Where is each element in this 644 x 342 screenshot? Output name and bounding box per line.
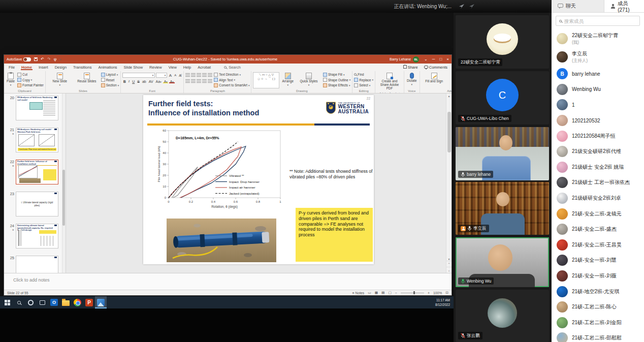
video-tile[interactable]: 张云鹏: [456, 290, 549, 342]
member-row[interactable]: 21硕-工岩二班-邵慰慰: [552, 330, 644, 342]
notes-toggle-button[interactable]: ≡ Notes: [352, 291, 365, 295]
share-arrow-icon[interactable]: [468, 4, 475, 9]
undo-button[interactable]: ↶: [41, 57, 44, 61]
minimize-button[interactable]: ─: [432, 57, 435, 61]
editor-scrollbar[interactable]: ▲ ▼ ⌃ ⌄: [446, 94, 452, 273]
slide-sorter-button[interactable]: ▦: [375, 291, 378, 295]
copy-button[interactable]: Copy▾: [17, 78, 44, 83]
task-view-button[interactable]: [37, 296, 48, 308]
member-row[interactable]: 21硕-安全二班-盛杰: [552, 222, 644, 237]
shape-gallery[interactable]: ⟍ ▭ ○ △ ▽ ◇ ☆ → ⌒ ( ): [253, 72, 279, 88]
numbering-button[interactable]: [191, 73, 196, 77]
section-button[interactable]: Section▾: [101, 83, 119, 88]
bold-button[interactable]: B: [122, 80, 126, 83]
menu-tab-review[interactable]: Review: [149, 65, 163, 70]
zoom-out-button[interactable]: −: [395, 291, 397, 295]
member-search-input[interactable]: [564, 18, 636, 24]
paste-button[interactable]: Paste▾: [6, 72, 16, 88]
member-row[interactable]: 1202120532: [552, 113, 644, 129]
menu-tab-insert[interactable]: Insert: [38, 65, 49, 70]
font-size-select[interactable]: ▾: [156, 73, 167, 78]
normal-view-button[interactable]: ▭: [368, 291, 371, 295]
reset-button[interactable]: Reset: [101, 78, 119, 83]
cortana-button[interactable]: [25, 296, 37, 308]
justify-button[interactable]: [202, 79, 207, 83]
video-tile[interactable]: 22硕安全二班郇宁霄: [456, 15, 549, 69]
next-slide-button[interactable]: ⌄: [446, 267, 452, 273]
zoom-slider[interactable]: [401, 293, 424, 293]
slide-thumbnail-21[interactable]: 21★FE Analyses: Hardening soil model She…: [7, 128, 60, 152]
present-icon[interactable]: ψ: [54, 57, 57, 61]
member-row[interactable]: 21硕-安全二班-龙镜元: [552, 206, 644, 222]
slide-thumbnail-20[interactable]: 20FE Analyses of field tests Hardening s…: [7, 96, 60, 120]
autosave-toggle[interactable]: AutoSave: [7, 57, 31, 61]
account-avatar[interactable]: BL: [413, 56, 419, 63]
comments-button[interactable]: Comments: [424, 65, 447, 70]
align-left-button[interactable]: [185, 79, 190, 83]
video-tile[interactable]: barry lehane: [456, 127, 549, 180]
align-text-button[interactable]: Align Text▾: [214, 78, 249, 83]
video-tile[interactable]: Wenbing Wu: [456, 237, 549, 287]
text-shadow-button[interactable]: ab: [141, 80, 147, 83]
font-color-button[interactable]: A▾: [169, 80, 174, 83]
menu-tab-transitions[interactable]: Transitions: [73, 65, 92, 70]
member-row[interactable]: 21级硕研安全2班刘卓: [552, 191, 644, 206]
find-button[interactable]: Find: [354, 72, 373, 77]
change-case-button[interactable]: Aa▾: [155, 80, 162, 83]
video-tile[interactable]: CCUG-UWA-Libo Chen: [456, 71, 549, 125]
member-row[interactable]: 21硕-安全一班-刘薇: [552, 268, 644, 284]
reuse-slides-button[interactable]: Reuse Slides: [74, 72, 100, 88]
character-spacing-button[interactable]: AV: [148, 80, 154, 83]
member-row[interactable]: 1202120584周子恒: [552, 128, 644, 144]
quick-styles-button[interactable]: Quick Styles▾: [296, 72, 321, 88]
text-direction-button[interactable]: Text Direction▾: [214, 72, 249, 77]
member-row[interactable]: 21硕-工岩二班-陈心: [552, 299, 644, 315]
reading-view-button[interactable]: ▤: [381, 291, 384, 295]
member-row[interactable]: 21级硕士 工岩一班张依杰: [552, 175, 644, 191]
slide-canvas[interactable]: 22 Further field tests: Influence of ins…: [143, 95, 374, 264]
align-right-button[interactable]: [197, 79, 201, 83]
member-row[interactable]: 21硕-安全二班-王昌昊: [552, 237, 644, 253]
redo-button[interactable]: ↷: [47, 57, 51, 61]
menu-tab-home[interactable]: Home: [21, 65, 33, 70]
member-search-box[interactable]: [556, 16, 640, 26]
arrange-button[interactable]: Arrange▾: [281, 72, 294, 88]
zoom-level[interactable]: 100%: [433, 291, 442, 295]
file-explorer-taskbar-button[interactable]: [60, 296, 72, 308]
notes-pane[interactable]: Click to add notes: [4, 273, 452, 290]
ribbon-options-icon[interactable]: ⌄: [424, 57, 428, 61]
menu-tab-help[interactable]: Help: [183, 65, 191, 70]
cut-button[interactable]: Cut: [17, 72, 44, 77]
outlook-taskbar-button[interactable]: O: [48, 296, 60, 308]
close-button[interactable]: ×: [446, 57, 449, 61]
member-row[interactable]: 22硕安全二班郇宁霄(我): [552, 29, 644, 48]
italic-button[interactable]: I: [127, 79, 130, 83]
share-button[interactable]: Share: [403, 65, 418, 70]
font-family-select[interactable]: ▾: [122, 73, 155, 78]
menu-tab-acrobat[interactable]: Acrobat: [197, 65, 211, 70]
member-row[interactable]: 1: [552, 97, 644, 113]
member-row[interactable]: 21级硕士 安全2班 姚瑞: [552, 160, 644, 175]
send-signature-button[interactable]: Send for Signature: [448, 72, 452, 88]
indent-decrease-button[interactable]: [197, 73, 201, 77]
menu-tab-file[interactable]: File: [8, 65, 15, 70]
taskbar-search-button[interactable]: [13, 296, 25, 308]
previous-slide-button[interactable]: ⌃: [446, 261, 452, 267]
dictate-button[interactable]: Dictate▾: [406, 72, 418, 88]
member-row[interactable]: 21级安全硕研2班代维: [552, 144, 644, 160]
highlight-color-button[interactable]: A▾: [163, 80, 168, 83]
scrollbar-thumb[interactable]: [447, 112, 451, 152]
zoom-in-button[interactable]: +: [428, 291, 430, 295]
menu-tab-animations[interactable]: Animations: [98, 65, 117, 70]
save-icon[interactable]: [34, 57, 38, 61]
taskbar-clock[interactable]: 11:17 AM 8/12/2022: [435, 298, 450, 307]
start-button[interactable]: [2, 296, 13, 308]
member-row[interactable]: 21硕-工岩二班-刘金阳: [552, 315, 644, 331]
tab-members[interactable]: 成员(271): [604, 0, 644, 12]
line-spacing-button[interactable]: [208, 73, 212, 77]
indent-increase-button[interactable]: [202, 73, 207, 77]
slide-thumbnail-22[interactable]: 22★Further field tests: Influence of ins…: [7, 160, 60, 184]
shape-effects-button[interactable]: Shape Effects▾: [323, 83, 350, 88]
strikethrough-button[interactable]: S: [137, 80, 141, 83]
menu-tab-view[interactable]: View: [168, 65, 177, 70]
